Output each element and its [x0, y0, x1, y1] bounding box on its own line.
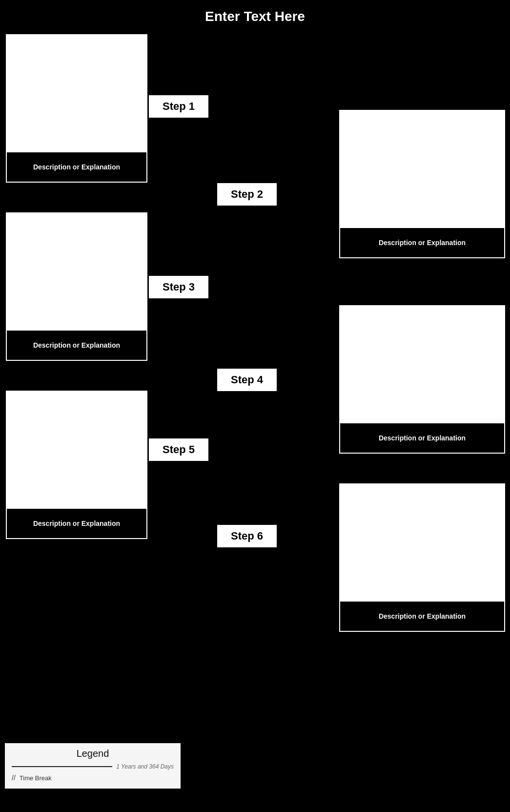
page-title: Enter Text Here: [0, 0, 510, 29]
legend-line-label: 1 Years and 364 Days: [116, 763, 174, 770]
legend-line: [12, 766, 112, 767]
right-desc-2: Description or Explanation: [339, 422, 505, 454]
legend-line-row: 1 Years and 364 Days: [12, 763, 174, 770]
legend-break-row: // Time Break: [12, 774, 174, 782]
legend-box: Legend 1 Years and 364 Days // Time Brea…: [5, 743, 181, 789]
right-item-3: Description or Explanation: [339, 483, 505, 642]
right-image-1: [339, 110, 505, 227]
left-image-2: [6, 212, 147, 330]
left-desc-2: Description or Explanation: [6, 330, 147, 361]
right-item-2: Description or Explanation: [339, 305, 505, 463]
legend-break-icon: //: [12, 774, 16, 782]
left-item-3: Description or Explanation: [6, 391, 147, 549]
left-desc-1: Description or Explanation: [6, 151, 147, 183]
legend-break-label: Time Break: [20, 774, 52, 782]
left-desc-3: Description or Explanation: [6, 508, 147, 539]
step-6-label: Step 6: [217, 525, 277, 547]
step-3-label: Step 3: [149, 276, 208, 298]
step-4-label: Step 4: [217, 369, 277, 391]
right-image-2: [339, 305, 505, 422]
right-desc-1: Description or Explanation: [339, 227, 505, 258]
left-image-1: [6, 34, 147, 151]
right-desc-3: Description or Explanation: [339, 601, 505, 632]
right-item-1: Description or Explanation: [339, 110, 505, 268]
step-1-label: Step 1: [149, 95, 208, 118]
left-item-1: Description or Explanation: [6, 34, 147, 192]
left-item-2: Description or Explanation: [6, 212, 147, 371]
legend-title: Legend: [12, 748, 174, 759]
right-image-3: [339, 483, 505, 601]
left-image-3: [6, 391, 147, 508]
step-2-label: Step 2: [217, 183, 277, 206]
step-5-label: Step 5: [149, 438, 208, 461]
